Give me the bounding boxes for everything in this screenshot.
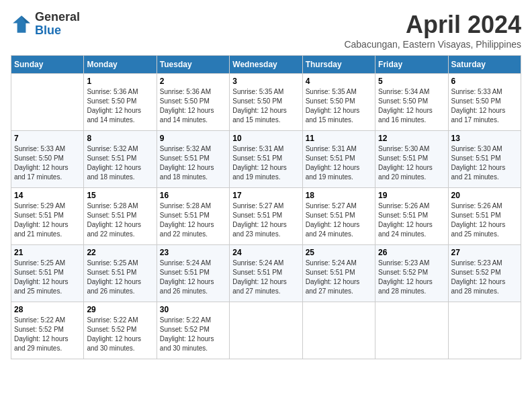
day-info: Sunrise: 5:23 AM Sunset: 5:52 PM Dayligh…: [451, 259, 518, 296]
day-info: Sunrise: 5:31 AM Sunset: 5:51 PM Dayligh…: [232, 144, 299, 182]
day-number: 15: [87, 191, 153, 200]
day-number: 17: [232, 191, 299, 200]
calendar-day-cell: 12Sunrise: 5:30 AM Sunset: 5:51 PM Dayli…: [375, 131, 448, 188]
calendar-day-cell: 15Sunrise: 5:28 AM Sunset: 5:51 PM Dayli…: [84, 188, 157, 245]
day-info: Sunrise: 5:27 AM Sunset: 5:51 PM Dayligh…: [306, 201, 372, 239]
weekday-header: Thursday: [302, 56, 375, 74]
day-info: Sunrise: 5:33 AM Sunset: 5:50 PM Dayligh…: [451, 87, 518, 125]
day-info: Sunrise: 5:32 AM Sunset: 5:51 PM Dayligh…: [160, 144, 226, 182]
day-info: Sunrise: 5:35 AM Sunset: 5:50 PM Dayligh…: [306, 87, 372, 125]
day-number: 23: [160, 248, 226, 257]
calendar-day-cell: 29Sunrise: 5:22 AM Sunset: 5:52 PM Dayli…: [84, 302, 157, 359]
logo-text: General Blue: [35, 11, 80, 38]
calendar-day-cell: 11Sunrise: 5:31 AM Sunset: 5:51 PM Dayli…: [302, 131, 375, 188]
calendar-day-cell: 19Sunrise: 5:26 AM Sunset: 5:51 PM Dayli…: [375, 188, 448, 245]
weekday-header: Tuesday: [157, 56, 229, 74]
day-number: 14: [14, 191, 81, 200]
day-info: Sunrise: 5:24 AM Sunset: 5:51 PM Dayligh…: [160, 259, 226, 296]
day-info: Sunrise: 5:30 AM Sunset: 5:51 PM Dayligh…: [378, 144, 445, 182]
weekday-header: Wednesday: [230, 56, 302, 74]
day-number: 6: [451, 77, 518, 86]
day-info: Sunrise: 5:24 AM Sunset: 5:51 PM Dayligh…: [306, 259, 372, 296]
day-info: Sunrise: 5:32 AM Sunset: 5:51 PM Dayligh…: [87, 144, 153, 182]
calendar-day-cell: [11, 74, 84, 131]
calendar-day-cell: 10Sunrise: 5:31 AM Sunset: 5:51 PM Dayli…: [230, 131, 302, 188]
day-number: 5: [378, 77, 445, 86]
calendar-day-cell: 23Sunrise: 5:24 AM Sunset: 5:51 PM Dayli…: [157, 245, 229, 302]
day-number: 21: [14, 248, 81, 257]
calendar-day-cell: [302, 302, 375, 359]
day-number: 22: [87, 248, 153, 257]
calendar-day-cell: 4Sunrise: 5:35 AM Sunset: 5:50 PM Daylig…: [302, 74, 375, 131]
calendar-day-cell: 5Sunrise: 5:34 AM Sunset: 5:50 PM Daylig…: [375, 74, 448, 131]
calendar-day-cell: 22Sunrise: 5:25 AM Sunset: 5:51 PM Dayli…: [84, 245, 157, 302]
svg-marker-0: [13, 15, 30, 33]
day-number: 2: [160, 77, 226, 86]
day-info: Sunrise: 5:25 AM Sunset: 5:51 PM Dayligh…: [14, 259, 81, 296]
calendar-day-cell: 20Sunrise: 5:26 AM Sunset: 5:51 PM Dayli…: [448, 188, 521, 245]
weekday-header: Sunday: [11, 56, 84, 74]
day-number: 29: [87, 305, 153, 314]
location-subtitle: Cabacungan, Eastern Visayas, Philippines: [344, 39, 521, 50]
logo-icon: [11, 13, 32, 35]
day-number: 30: [160, 305, 226, 314]
day-info: Sunrise: 5:22 AM Sunset: 5:52 PM Dayligh…: [87, 316, 153, 353]
calendar-day-cell: 7Sunrise: 5:33 AM Sunset: 5:50 PM Daylig…: [11, 131, 84, 188]
day-number: 19: [378, 191, 445, 200]
calendar-day-cell: [230, 302, 302, 359]
day-info: Sunrise: 5:28 AM Sunset: 5:51 PM Dayligh…: [87, 201, 153, 239]
day-info: Sunrise: 5:33 AM Sunset: 5:50 PM Dayligh…: [14, 144, 81, 182]
day-number: 25: [306, 248, 372, 257]
calendar-week-row: 28Sunrise: 5:22 AM Sunset: 5:52 PM Dayli…: [11, 302, 521, 359]
calendar-day-cell: 16Sunrise: 5:28 AM Sunset: 5:51 PM Dayli…: [157, 188, 229, 245]
day-info: Sunrise: 5:36 AM Sunset: 5:50 PM Dayligh…: [160, 87, 226, 125]
day-number: 26: [378, 248, 445, 257]
calendar-day-cell: 28Sunrise: 5:22 AM Sunset: 5:52 PM Dayli…: [11, 302, 84, 359]
day-info: Sunrise: 5:31 AM Sunset: 5:51 PM Dayligh…: [306, 144, 372, 182]
weekday-header: Saturday: [448, 56, 521, 74]
day-number: 12: [378, 134, 445, 143]
calendar-day-cell: 14Sunrise: 5:29 AM Sunset: 5:51 PM Dayli…: [11, 188, 84, 245]
day-info: Sunrise: 5:27 AM Sunset: 5:51 PM Dayligh…: [232, 201, 299, 239]
day-number: 4: [306, 77, 372, 86]
day-info: Sunrise: 5:24 AM Sunset: 5:51 PM Dayligh…: [232, 259, 299, 296]
calendar-day-cell: 17Sunrise: 5:27 AM Sunset: 5:51 PM Dayli…: [230, 188, 302, 245]
day-number: 1: [87, 77, 153, 86]
month-year-title: April 2024: [344, 11, 521, 39]
day-number: 8: [87, 134, 153, 143]
calendar-day-cell: 1Sunrise: 5:36 AM Sunset: 5:50 PM Daylig…: [84, 74, 157, 131]
day-info: Sunrise: 5:26 AM Sunset: 5:51 PM Dayligh…: [451, 201, 518, 239]
day-number: 3: [232, 77, 299, 86]
calendar-day-cell: 24Sunrise: 5:24 AM Sunset: 5:51 PM Dayli…: [230, 245, 302, 302]
day-number: 9: [160, 134, 226, 143]
calendar-header-row: SundayMondayTuesdayWednesdayThursdayFrid…: [11, 56, 521, 74]
day-info: Sunrise: 5:35 AM Sunset: 5:50 PM Dayligh…: [232, 87, 299, 125]
calendar-day-cell: 21Sunrise: 5:25 AM Sunset: 5:51 PM Dayli…: [11, 245, 84, 302]
calendar-day-cell: 26Sunrise: 5:23 AM Sunset: 5:52 PM Dayli…: [375, 245, 448, 302]
calendar-day-cell: 30Sunrise: 5:22 AM Sunset: 5:52 PM Dayli…: [157, 302, 229, 359]
calendar-day-cell: 6Sunrise: 5:33 AM Sunset: 5:50 PM Daylig…: [448, 74, 521, 131]
calendar-day-cell: 13Sunrise: 5:30 AM Sunset: 5:51 PM Dayli…: [448, 131, 521, 188]
day-info: Sunrise: 5:22 AM Sunset: 5:52 PM Dayligh…: [14, 316, 81, 353]
day-number: 28: [14, 305, 81, 314]
calendar-day-cell: 3Sunrise: 5:35 AM Sunset: 5:50 PM Daylig…: [230, 74, 302, 131]
day-info: Sunrise: 5:36 AM Sunset: 5:50 PM Dayligh…: [87, 87, 153, 125]
calendar-week-row: 14Sunrise: 5:29 AM Sunset: 5:51 PM Dayli…: [11, 188, 521, 245]
weekday-header: Monday: [84, 56, 157, 74]
day-info: Sunrise: 5:29 AM Sunset: 5:51 PM Dayligh…: [14, 201, 81, 239]
calendar-week-row: 7Sunrise: 5:33 AM Sunset: 5:50 PM Daylig…: [11, 131, 521, 188]
calendar-day-cell: 18Sunrise: 5:27 AM Sunset: 5:51 PM Dayli…: [302, 188, 375, 245]
day-number: 20: [451, 191, 518, 200]
day-number: 16: [160, 191, 226, 200]
calendar-day-cell: 9Sunrise: 5:32 AM Sunset: 5:51 PM Daylig…: [157, 131, 229, 188]
title-section: April 2024 Cabacungan, Eastern Visayas, …: [344, 11, 521, 50]
day-info: Sunrise: 5:25 AM Sunset: 5:51 PM Dayligh…: [87, 259, 153, 296]
day-number: 11: [306, 134, 372, 143]
page-header: General Blue April 2024 Cabacungan, East…: [11, 11, 521, 50]
day-number: 13: [451, 134, 518, 143]
calendar-day-cell: 8Sunrise: 5:32 AM Sunset: 5:51 PM Daylig…: [84, 131, 157, 188]
day-number: 10: [232, 134, 299, 143]
calendar-day-cell: [448, 302, 521, 359]
day-info: Sunrise: 5:30 AM Sunset: 5:51 PM Dayligh…: [451, 144, 518, 182]
weekday-header: Friday: [375, 56, 448, 74]
